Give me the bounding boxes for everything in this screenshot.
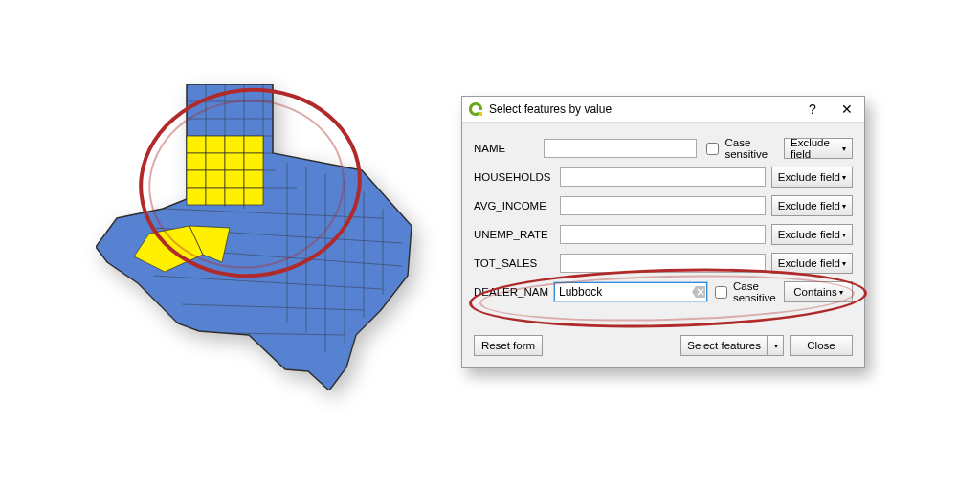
- close-window-button[interactable]: ✕: [834, 100, 860, 119]
- reset-form-button[interactable]: Reset form: [474, 335, 543, 356]
- texas-county-map[interactable]: [96, 84, 421, 390]
- svg-rect-0: [187, 136, 206, 153]
- households-input[interactable]: [560, 167, 766, 187]
- case-sensitive-toggle[interactable]: Case sensitive: [702, 137, 778, 160]
- select-features-button[interactable]: Select features: [680, 335, 767, 356]
- field-row-dealer-nam: DEALER_NAM Case sensitive Contains▾: [474, 279, 853, 304]
- caret-down-icon: ▾: [842, 259, 846, 268]
- svg-rect-6: [225, 153, 244, 170]
- caret-down-icon: ▾: [842, 202, 846, 211]
- svg-rect-4: [187, 153, 206, 170]
- caret-down-icon: ▾: [842, 145, 846, 153]
- name-mode-button[interactable]: Exclude field▾: [784, 138, 853, 159]
- field-label: NAME: [474, 143, 538, 154]
- case-sensitive-toggle[interactable]: Case sensitive: [711, 280, 778, 303]
- texas-outline: [96, 84, 412, 390]
- help-button[interactable]: ?: [799, 100, 826, 119]
- select-features-dialog: Select features by value ? ✕ NAME Case s…: [461, 96, 865, 368]
- svg-rect-12: [187, 188, 206, 205]
- dialog-titlebar[interactable]: Select features by value ? ✕: [462, 97, 864, 122]
- tot-sales-input[interactable]: [560, 254, 766, 273]
- close-button[interactable]: Close: [790, 335, 853, 356]
- svg-rect-10: [225, 170, 244, 188]
- dealer-nam-mode-button[interactable]: Contains▾: [784, 281, 853, 302]
- unemp-rate-input[interactable]: [560, 225, 766, 244]
- svg-rect-2: [225, 136, 244, 153]
- svg-rect-3: [244, 136, 263, 153]
- tot-sales-mode-button[interactable]: Exclude field▾: [771, 253, 853, 274]
- unemp-rate-mode-button[interactable]: Exclude field▾: [771, 224, 853, 245]
- case-sensitive-checkbox[interactable]: [706, 143, 719, 155]
- caret-down-icon: ▾: [842, 231, 846, 239]
- svg-rect-13: [206, 188, 225, 205]
- name-input[interactable]: [544, 139, 697, 158]
- dealer-nam-input[interactable]: [554, 282, 707, 301]
- field-label: UNEMP_RATE: [474, 229, 554, 240]
- field-row-households: HOUSEHOLDS Exclude field▾: [474, 165, 853, 189]
- case-sensitive-checkbox[interactable]: [715, 286, 727, 299]
- avg-income-mode-button[interactable]: Exclude field▾: [771, 195, 853, 216]
- field-row-unemp-rate: UNEMP_RATE Exclude field▾: [474, 222, 853, 247]
- svg-rect-5: [206, 153, 225, 170]
- field-label: DEALER_NAM: [474, 286, 548, 298]
- caret-down-icon: ▾: [839, 288, 843, 297]
- caret-down-icon: ▾: [842, 173, 846, 182]
- field-row-tot-sales: TOT_SALES Exclude field▾: [474, 251, 853, 276]
- field-row-avg-income: AVG_INCOME Exclude field▾: [474, 193, 853, 218]
- dialog-footer: Reset form Select features ▾ Close: [474, 308, 853, 356]
- clear-input-icon[interactable]: [692, 285, 705, 299]
- svg-rect-1: [206, 136, 225, 153]
- field-label: AVG_INCOME: [474, 200, 554, 212]
- svg-rect-7: [244, 153, 263, 170]
- households-mode-button[interactable]: Exclude field▾: [771, 167, 853, 188]
- field-label: TOT_SALES: [474, 257, 554, 269]
- svg-rect-14: [225, 188, 244, 205]
- caret-down-icon: ▾: [774, 342, 778, 350]
- field-label: HOUSEHOLDS: [474, 171, 554, 183]
- svg-rect-9: [206, 170, 225, 188]
- svg-rect-11: [244, 170, 263, 188]
- select-features-dropdown[interactable]: ▾: [767, 335, 784, 356]
- svg-rect-15: [244, 188, 263, 205]
- svg-rect-8: [187, 170, 206, 188]
- avg-income-input[interactable]: [560, 196, 766, 215]
- dialog-title: Select features by value: [489, 102, 799, 116]
- select-features-split-button: Select features ▾: [680, 335, 784, 356]
- qgis-icon: [468, 101, 483, 117]
- field-row-name: NAME Case sensitive Exclude field▾: [474, 136, 853, 161]
- dialog-body: NAME Case sensitive Exclude field▾ HOUSE…: [462, 122, 864, 368]
- svg-rect-16: [479, 112, 482, 116]
